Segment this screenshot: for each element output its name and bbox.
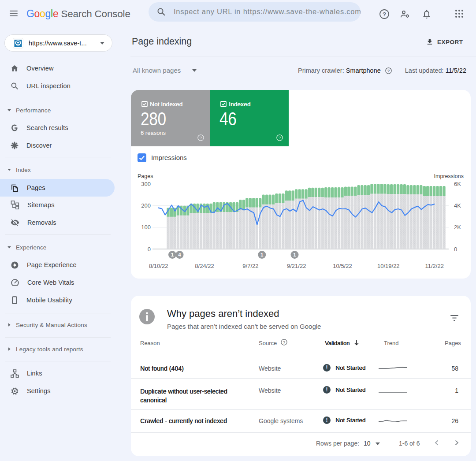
svg-text:9/21/22: 9/21/22 bbox=[287, 263, 306, 269]
svg-text:0: 0 bbox=[148, 246, 151, 253]
svg-text:10/5/22: 10/5/22 bbox=[333, 263, 352, 269]
svg-text:9/7/22: 9/7/22 bbox=[242, 263, 258, 269]
svg-text:11/2/22: 11/2/22 bbox=[425, 263, 443, 269]
svg-text:0: 0 bbox=[454, 246, 457, 253]
svg-text:1: 1 bbox=[171, 252, 174, 257]
svg-text:100: 100 bbox=[141, 224, 151, 230]
svg-text:?: ? bbox=[283, 340, 285, 345]
svg-text:10/19/22: 10/19/22 bbox=[377, 263, 400, 269]
svg-text:300: 300 bbox=[141, 181, 151, 187]
svg-text:?: ? bbox=[387, 69, 390, 73]
svg-text:8/10/22: 8/10/22 bbox=[149, 263, 168, 269]
svg-text:4K: 4K bbox=[454, 202, 461, 209]
svg-text:2K: 2K bbox=[454, 224, 461, 230]
svg-text:1: 1 bbox=[293, 252, 296, 257]
svg-text:4: 4 bbox=[178, 252, 181, 257]
svg-text:Pages: Pages bbox=[138, 173, 153, 179]
svg-text:1: 1 bbox=[260, 252, 264, 257]
svg-text:6K: 6K bbox=[454, 181, 461, 187]
svg-text:?: ? bbox=[383, 11, 386, 18]
svg-text:Impressions: Impressions bbox=[434, 173, 464, 179]
svg-text:8/24/22: 8/24/22 bbox=[195, 263, 214, 269]
svg-text:200: 200 bbox=[141, 202, 151, 209]
